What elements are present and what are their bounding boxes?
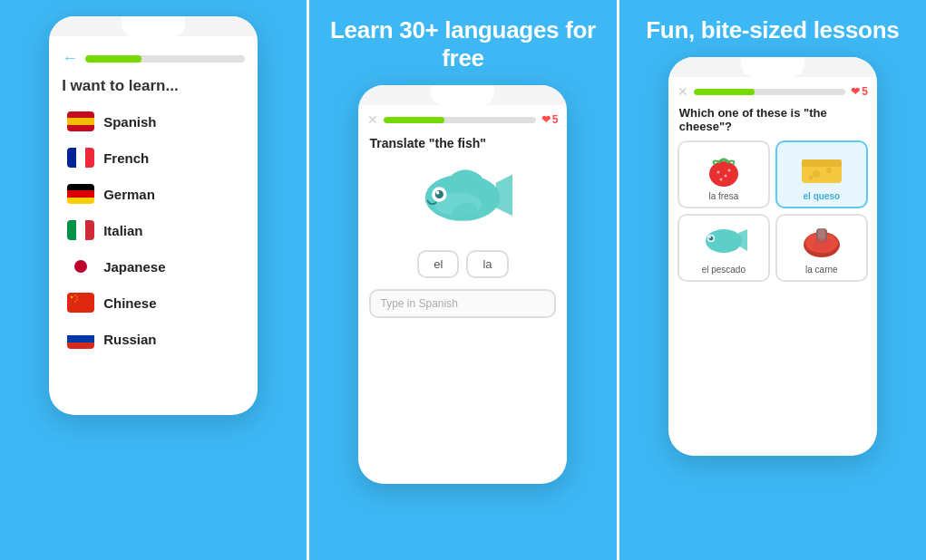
label-fish: el pescado <box>702 265 746 275</box>
cn-flag-svg <box>68 294 93 312</box>
progress-bar-2 <box>384 117 535 123</box>
lang-name-japanese: Japanese <box>103 259 165 275</box>
choice-fish[interactable]: el pescado <box>677 214 770 282</box>
flag-fr <box>67 148 94 168</box>
language-list: Spanish French German Italian <box>62 104 245 356</box>
svg-point-32 <box>813 238 831 251</box>
flag-ja-circle <box>74 260 87 273</box>
phone-mockup-1: ← I want to learn... Spanish French <box>49 16 258 415</box>
panel-which-cheese: Fun, bite-sized lessons ✕ ❤ 5 Which one … <box>617 0 926 560</box>
list-item[interactable]: Russian <box>62 322 245 356</box>
lang-name-spanish: Spanish <box>103 114 156 130</box>
flag-ja <box>67 256 94 276</box>
svg-point-15 <box>724 175 726 178</box>
svg-point-14 <box>716 171 719 174</box>
choice-meat[interactable]: la carne <box>775 214 868 282</box>
phone-inner-1: ← I want to learn... Spanish French <box>49 42 258 415</box>
hearts-display-3: ❤ 5 <box>851 85 868 98</box>
learn-prompt: I want to learn... <box>62 77 245 95</box>
svg-rect-19 <box>802 159 842 167</box>
lang-name-chinese: Chinese <box>103 295 156 311</box>
hearts-count-3: 5 <box>862 85 868 98</box>
meat-svg <box>798 225 845 259</box>
strawberry-svg <box>702 149 746 188</box>
cheese-image <box>796 148 847 189</box>
hearts-display: ❤ 5 <box>541 113 559 126</box>
lang-name-italian: Italian <box>103 223 142 238</box>
label-strawberry: la fresa <box>708 191 738 201</box>
image-choice-grid: la fresa el queso <box>668 140 877 282</box>
choice-cheese[interactable]: el queso <box>775 140 868 208</box>
translate-prompt: Translate "the fish" <box>358 129 567 154</box>
progress-bar-3 <box>694 89 845 95</box>
phone-mockup-3: ✕ ❤ 5 Which one of these is "the cheese"… <box>668 57 877 456</box>
choice-strawberry[interactable]: la fresa <box>677 140 770 208</box>
phone-header-1: ← <box>62 49 245 68</box>
list-item[interactable]: Spanish <box>62 104 245 139</box>
progress-bar-1 <box>85 55 245 63</box>
close-icon-3[interactable]: ✕ <box>677 84 688 99</box>
flag-it <box>67 220 94 240</box>
progress-fill-3 <box>694 89 755 95</box>
list-item[interactable]: French <box>62 140 245 175</box>
svg-point-10 <box>435 190 444 198</box>
cheese-svg <box>798 150 845 187</box>
fish-small-svg <box>700 226 747 258</box>
svg-point-27 <box>709 237 711 238</box>
word-options: el la <box>358 245 567 284</box>
strawberry-image <box>698 148 749 189</box>
svg-point-16 <box>719 179 722 181</box>
svg-point-21 <box>826 168 832 173</box>
fish-svg <box>413 163 512 236</box>
lang-name-german: German <box>103 187 155 202</box>
phone2-status-bar: ✕ ❤ 5 <box>358 111 567 129</box>
list-item[interactable]: Japanese <box>62 249 245 284</box>
lang-name-russian: Russian <box>103 332 156 347</box>
list-item[interactable]: Chinese <box>62 285 245 320</box>
svg-point-13 <box>709 161 738 187</box>
which-cheese-prompt: Which one of these is "the cheese"? <box>668 101 877 140</box>
lang-name-french: French <box>103 150 149 166</box>
panel-language-list: ← I want to learn... Spanish French <box>0 0 307 560</box>
svg-point-26 <box>708 237 713 241</box>
svg-point-20 <box>813 170 820 178</box>
phone3-status-bar: ✕ ❤ 5 <box>668 82 877 101</box>
label-meat: la carne <box>805 265 838 275</box>
flag-cn <box>67 293 94 313</box>
phone-mockup-2: ✕ ❤ 5 Translate "the fish" <box>358 85 567 484</box>
panel-title-translate: Learn 30+ languages for free <box>318 16 607 72</box>
flag-ru <box>67 329 94 349</box>
progress-fill-1 <box>85 55 141 63</box>
heart-icon: ❤ <box>541 113 551 126</box>
label-cheese: el queso <box>804 191 841 201</box>
close-icon[interactable]: ✕ <box>367 112 378 127</box>
back-arrow-icon[interactable]: ← <box>62 49 78 68</box>
svg-point-22 <box>808 176 813 180</box>
panel-title-cheese: Fun, bite-sized lessons <box>646 16 899 44</box>
hearts-count: 5 <box>552 113 559 126</box>
heart-icon-3: ❤ <box>851 85 860 98</box>
meat-image <box>796 221 847 263</box>
list-item[interactable]: German <box>62 177 245 211</box>
type-input-placeholder[interactable]: Type in Spanish <box>369 289 556 318</box>
flag-de <box>67 184 94 204</box>
list-item[interactable]: Italian <box>62 213 245 247</box>
word-option-la[interactable]: la <box>466 250 508 278</box>
panel-translate: Learn 30+ languages for free ✕ ❤ 5 Trans… <box>307 0 616 560</box>
word-option-el[interactable]: el <box>417 250 459 278</box>
flag-es <box>67 111 94 131</box>
progress-fill-2 <box>384 117 444 123</box>
svg-point-17 <box>727 169 730 172</box>
fish-illustration <box>358 154 567 245</box>
fish-image-small <box>698 221 749 263</box>
svg-point-11 <box>436 191 440 195</box>
